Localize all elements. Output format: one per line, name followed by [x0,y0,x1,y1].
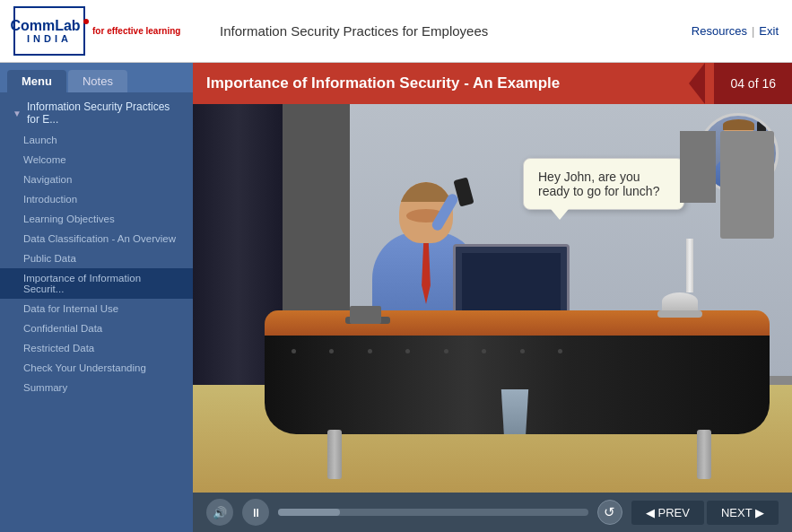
menu-item-internal[interactable]: Data for Internal Use [0,299,193,318]
person-hair [399,182,453,202]
menu-item-restricted[interactable]: Restricted Data [0,338,193,358]
laptop-screen [453,244,570,320]
nav-buttons: ◀ PREV NEXT ▶ [631,501,779,525]
menu-item-summary[interactable]: Summary [0,378,193,397]
separator: | [752,24,754,38]
progress-bar[interactable] [278,509,588,516]
sidebar-tabs: Menu Notes [0,63,193,92]
menu-item-welcome[interactable]: Welcome [0,150,193,170]
bg-cabinet-right [720,131,774,239]
logo-dot [83,19,89,24]
menu-item-public[interactable]: Public Data [0,249,193,268]
slide-counter: 04 of 16 [714,63,792,104]
desk-item-2 [350,306,381,324]
avatar-hair [723,119,754,130]
menu-item-confidential[interactable]: Confidential Data [0,318,193,338]
bg-cabinet-mid [680,131,716,203]
lamp-base [657,310,702,318]
course-title: Information Security Practices for Emplo… [202,23,692,39]
menu-item-check[interactable]: Check Your Understanding [0,358,193,378]
menu-item-introduction[interactable]: Introduction [0,189,193,209]
sidebar: Menu Notes ▼ Information Security Practi… [0,63,193,532]
lamp-shade [662,292,698,310]
content-area: Importance of Information Security - An … [193,63,792,532]
main-layout: Menu Notes ▼ Information Security Practi… [0,63,792,532]
menu-item-importance[interactable]: Importance of Information Securit... [0,268,193,299]
pause-button[interactable]: ⏸ [242,499,269,526]
logo-box: CommLab INDIA [13,6,85,56]
pause-icon: ⏸ [250,506,262,519]
lamp [676,239,702,318]
office-scene: Hey John, are you ready to go for lunch? [193,104,792,493]
menu-item-label: Information Security Practices for E... [27,100,184,126]
chat-bubble: Hey John, are you ready to go for lunch? [523,158,684,210]
laptop-display [462,253,561,311]
header: CommLab INDIA for effective learning Inf… [0,0,792,63]
slide-header: Importance of Information Security - An … [193,63,792,104]
sidebar-menu: ▼ Information Security Practices for E..… [0,92,193,532]
next-button[interactable]: NEXT ▶ [707,501,779,525]
desk-holes [265,336,770,367]
header-triangle [689,63,705,104]
desk-leg-left [327,430,342,479]
volume-button[interactable]: 🔊 [206,499,233,526]
tab-notes[interactable]: Notes [68,70,127,92]
refresh-button[interactable]: ↺ [597,500,622,525]
volume-icon: 🔊 [213,506,227,519]
menu-item-data-class[interactable]: Data Classification - An Overview [0,229,193,249]
menu-item-top[interactable]: ▼ Information Security Practices for E..… [0,96,193,130]
wastebasket-body [498,389,532,434]
logo-tagline: for effective learning [92,25,180,37]
header-links: Resources | Exit [692,24,779,38]
controls-bar: 🔊 ⏸ ↺ ◀ PREV NEXT ▶ [193,493,792,532]
progress-bar-fill [278,509,340,516]
lamp-pole [686,239,693,292]
logo-india: INDIA [27,33,72,44]
expand-arrow: ▼ [13,109,22,118]
wastebasket [498,389,532,434]
tab-menu[interactable]: Menu [7,70,66,92]
menu-item-navigation[interactable]: Navigation [0,170,193,189]
exit-link[interactable]: Exit [759,24,779,38]
slide-title: Importance of Information Security - An … [206,74,689,92]
chat-text: Hey John, are you ready to go for lunch? [538,170,659,198]
logo-area: CommLab INDIA for effective learning [13,6,202,56]
slide-content: Hey John, are you ready to go for lunch? [193,104,792,493]
menu-item-launch[interactable]: Launch [0,130,193,150]
refresh-icon: ↺ [604,504,615,520]
menu-item-learning[interactable]: Learning Objectives [0,209,193,229]
desk-leg-right [697,430,711,479]
prev-button[interactable]: ◀ PREV [631,501,704,525]
logo-commlab: CommLab [10,19,80,33]
resources-link[interactable]: Resources [692,24,747,38]
